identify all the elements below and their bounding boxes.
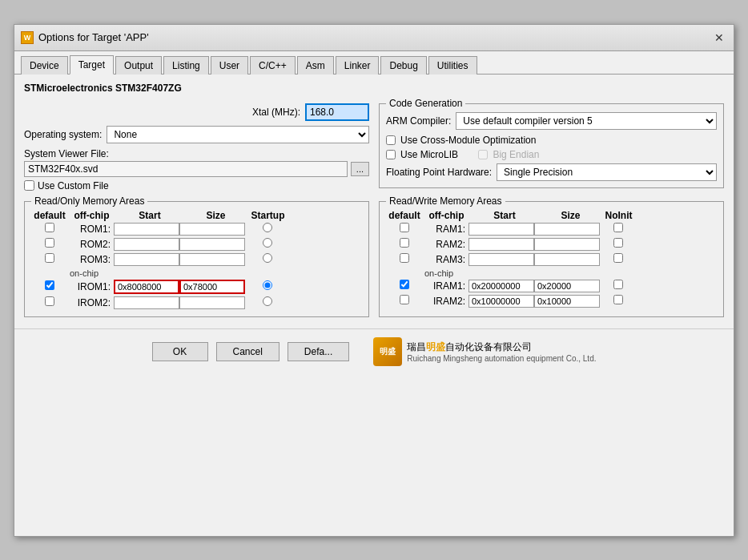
default-button[interactable]: Defa... (288, 342, 349, 361)
browse-button[interactable]: ... (351, 162, 369, 176)
rw-onchip-label: on-chip (384, 268, 718, 278)
ram1-size[interactable] (534, 223, 600, 236)
cancel-button[interactable]: Cancel (216, 342, 279, 361)
readwrite-memory-group: Read/Write Memory Areas default off-chip… (379, 201, 724, 317)
tab-utilities[interactable]: Utilities (428, 56, 477, 75)
tab-user[interactable]: User (211, 56, 248, 75)
iram2-noinit[interactable] (613, 295, 623, 304)
rom1-startup[interactable] (263, 223, 272, 232)
fp-row: Floating Point Hardware: Single Precisio… (386, 163, 717, 181)
ram2-default-cb[interactable] (400, 238, 409, 248)
ro-col-start: Start (114, 210, 186, 221)
fp-select[interactable]: Single Precision (497, 163, 717, 181)
tab-target[interactable]: Target (70, 55, 114, 75)
compiler-select[interactable]: Use default compiler version 5 (456, 112, 717, 130)
rom2-size[interactable] (179, 238, 245, 251)
ram2-label: RAM2: (424, 239, 469, 250)
os-row: Operating system: None (24, 126, 369, 143)
rom1-size[interactable] (179, 223, 245, 236)
irom2-default-cb[interactable] (45, 296, 54, 306)
rom3-start[interactable] (114, 253, 179, 266)
irom1-size[interactable] (179, 280, 245, 294)
irom1-row: IROM1: (30, 280, 364, 294)
ram2-offchip-row: RAM2: (384, 238, 718, 251)
memory-section: Read/Only Memory Areas default off-chip … (24, 201, 724, 317)
ram1-offchip-row: RAM1: (384, 223, 718, 236)
ram3-offchip-row: RAM3: (384, 253, 718, 266)
cross-module-label: Use Cross-Module Optimization (400, 135, 536, 146)
rom2-startup[interactable] (263, 238, 272, 248)
rom3-size[interactable] (179, 253, 245, 266)
irom2-startup[interactable] (263, 296, 272, 306)
svf-input[interactable] (24, 161, 348, 177)
iram1-size[interactable] (534, 280, 600, 292)
xtal-label: Xtal (MHz): (252, 107, 300, 118)
rom1-start[interactable] (114, 223, 179, 236)
rom2-start[interactable] (114, 238, 179, 251)
ro-col-size: Size (186, 210, 246, 221)
ram1-default-cb[interactable] (400, 223, 409, 232)
tab-asm[interactable]: Asm (297, 56, 334, 75)
iram2-start[interactable] (469, 295, 534, 308)
rw-col-noinit: NoInit (601, 210, 637, 221)
irom2-size[interactable] (179, 296, 245, 309)
big-endian-label: Big Endian (493, 149, 539, 160)
ram3-size[interactable] (534, 253, 600, 266)
iram1-start[interactable] (469, 280, 534, 292)
ram3-noinit[interactable] (613, 253, 623, 263)
irom2-row: IROM2: (30, 296, 364, 309)
close-button[interactable]: ✕ (711, 30, 727, 46)
iram2-default-cb[interactable] (400, 295, 409, 304)
xtal-row: Xtal (MHz): (24, 103, 369, 121)
ram2-noinit[interactable] (613, 238, 623, 248)
irom2-label: IROM2: (70, 297, 114, 308)
tab-device[interactable]: Device (21, 56, 68, 75)
irom2-start[interactable] (114, 296, 179, 309)
irom1-default-cb[interactable] (45, 280, 54, 290)
microlib-checkbox[interactable] (386, 150, 396, 159)
iram2-label: IRAM2: (424, 296, 469, 307)
tab-listing[interactable]: Listing (163, 56, 209, 75)
ram1-noinit[interactable] (613, 223, 623, 232)
tab-debug[interactable]: Debug (380, 56, 426, 75)
rom3-default-cb[interactable] (45, 253, 54, 263)
ram3-default-cb[interactable] (400, 253, 409, 263)
ram2-size[interactable] (534, 238, 600, 251)
ram1-start[interactable] (469, 223, 534, 236)
ram2-start[interactable] (469, 238, 534, 251)
rom3-startup[interactable] (263, 253, 272, 263)
cross-module-row: Use Cross-Module Optimization (386, 135, 717, 146)
watermark: 明盛 瑞昌明盛自动化设备有限公司 Ruichang Mingsheng auto… (373, 337, 596, 366)
svf-row: ... (24, 161, 369, 177)
tab-linker[interactable]: Linker (336, 56, 380, 75)
rom1-label: ROM1: (70, 224, 114, 235)
rom2-default-cb[interactable] (45, 238, 54, 248)
right-panel: Code Generation ARM Compiler: Use defaul… (379, 103, 724, 195)
ro-col-default: default (30, 210, 70, 221)
code-gen-title: Code Generation (386, 98, 465, 109)
xtal-input[interactable] (305, 103, 369, 121)
irom1-startup[interactable] (263, 280, 272, 290)
os-select[interactable]: None (107, 126, 369, 143)
rom1-default-cb[interactable] (45, 223, 54, 232)
readonly-memory-group: Read/Only Memory Areas default off-chip … (24, 201, 369, 317)
watermark-text: 瑞昌明盛自动化设备有限公司 Ruichang Mingsheng automat… (407, 340, 596, 363)
tab-output[interactable]: Output (115, 56, 162, 75)
readonly-title: Read/Only Memory Areas (31, 195, 147, 207)
cross-module-checkbox[interactable] (386, 135, 396, 145)
iram1-row: IRAM1: (384, 280, 718, 292)
iram2-size[interactable] (534, 295, 600, 308)
iram1-noinit[interactable] (613, 280, 623, 289)
code-generation-group: Code Generation ARM Compiler: Use defaul… (379, 103, 724, 188)
irom1-label: IROM1: (70, 281, 114, 292)
ram3-start[interactable] (469, 253, 534, 266)
custom-file-checkbox[interactable] (24, 180, 34, 191)
irom1-start[interactable] (114, 280, 179, 294)
readwrite-title: Read/Write Memory Areas (386, 195, 505, 207)
iram1-default-cb[interactable] (400, 280, 409, 289)
top-section: Xtal (MHz): Operating system: None Syste… (24, 103, 724, 195)
ok-button[interactable]: OK (152, 342, 208, 361)
tab-cpp[interactable]: C/C++ (250, 56, 296, 75)
iram2-row: IRAM2: (384, 295, 718, 308)
big-endian-checkbox[interactable] (478, 150, 488, 159)
